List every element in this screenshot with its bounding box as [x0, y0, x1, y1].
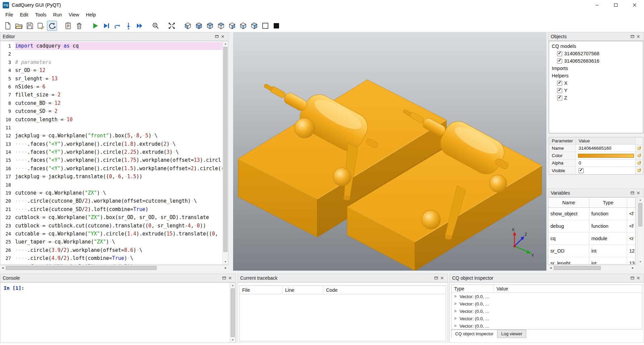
inspector-header-value[interactable]: Value [494, 285, 642, 292]
tree-item-z[interactable]: Z [549, 94, 643, 101]
close-button[interactable] [625, 0, 644, 10]
tab-cq-object-inspector[interactable]: CQ object inspector [451, 330, 497, 338]
code-line[interactable] [15, 50, 222, 58]
close-panel-icon[interactable] [635, 275, 641, 281]
scrollbar-thumb[interactable] [6, 266, 157, 270]
code-line[interactable]: sr_lenght·=·13 [15, 75, 222, 83]
view-cube-4-button[interactable] [216, 21, 226, 31]
scroll-left-arrow[interactable]: ◀ [548, 265, 553, 271]
window-titlebar[interactable]: CQ CadQuery GUI (PyQT) [0, 0, 644, 10]
step-over-button[interactable] [112, 21, 122, 31]
code-line[interactable]: ····.circle(3.9/2).workplane(offset=8.6)… [15, 246, 222, 254]
code-line[interactable]: ····.faces("<Y").workplane().circle(1.8)… [15, 140, 222, 148]
expand-arrow-icon[interactable]: > [454, 309, 457, 314]
code-line[interactable]: # parameters [15, 58, 222, 66]
debug-button[interactable] [101, 21, 111, 31]
code-line[interactable]: nSides·=·6 [15, 83, 222, 91]
scroll-up-arrow[interactable]: ▲ [223, 41, 228, 47]
expand-arrow-icon[interactable]: > [454, 316, 457, 321]
float-panel-icon[interactable] [629, 190, 635, 196]
close-panel-icon[interactable] [635, 34, 641, 39]
objects-tree[interactable]: CQ models31406527075683140652683616Impor… [549, 41, 643, 133]
view-cube-6-button[interactable] [238, 21, 248, 31]
tree-item-imports[interactable]: Imports [549, 65, 643, 72]
code-line[interactable]: luer_taper·=·cq.Workplane("ZX")·\ [15, 238, 222, 246]
objects-panel-titlebar[interactable]: Objects [548, 32, 644, 41]
inspector-header-type[interactable]: Type [451, 285, 494, 292]
delete-button[interactable] [74, 21, 84, 31]
code-line[interactable]: sr_OD·=·12 [15, 66, 222, 74]
code-line[interactable]: cutblock·=·cq.Workplane("ZX").box(sr_OD,… [15, 213, 222, 221]
zoom-selection-button[interactable] [151, 21, 161, 31]
property-value[interactable] [576, 167, 636, 174]
code-editor[interactable]: import·cadquery·as·cq# parameterssr_OD·=… [15, 41, 222, 265]
reset-property-icon[interactable]: ↺ [636, 159, 643, 166]
view-cube-5-button[interactable] [227, 21, 237, 31]
code-line[interactable]: ····.circle(4.9/2).loft(combine=True)·\ [15, 254, 222, 262]
save-button[interactable] [25, 21, 35, 31]
menu-tools[interactable]: Tools [32, 11, 50, 19]
scroll-up-arrow[interactable]: ▲ [638, 197, 643, 203]
inspector-row[interactable]: >Vector: (0.0, ... [451, 315, 642, 322]
color-swatch[interactable] [578, 154, 634, 158]
variables-panel-titlebar[interactable]: Variables [548, 189, 644, 197]
continue-button[interactable] [135, 21, 145, 31]
tree-checkbox[interactable] [557, 88, 562, 93]
paste-button[interactable] [63, 21, 73, 31]
variables-header-name[interactable]: Name [548, 198, 589, 207]
tree-item-y[interactable]: Y [549, 87, 643, 94]
expand-arrow-icon[interactable]: > [454, 294, 457, 299]
view-cube-3-button[interactable] [205, 21, 215, 31]
code-line[interactable]: fillet_size·=·2 [15, 91, 222, 99]
console-prompt[interactable]: In [1]: [0, 283, 230, 343]
inspector-row[interactable]: >Vector: (0.0, ... [451, 307, 642, 315]
scroll-up-arrow[interactable]: ▲ [230, 283, 235, 288]
reset-property-icon[interactable]: ↺ [636, 167, 643, 174]
tree-checkbox[interactable] [557, 81, 562, 86]
code-line[interactable] [15, 124, 222, 132]
minimize-button[interactable] [588, 0, 606, 10]
code-line[interactable]: ····.faces("<Y").circle(3).extrude(-3)) [15, 263, 222, 265]
view-cube-2-button[interactable] [194, 21, 204, 31]
tree-item-helpers[interactable]: Helpers [549, 72, 643, 79]
code-line[interactable]: cutcone_BD·=·12 [15, 99, 222, 107]
render-button[interactable] [90, 21, 100, 31]
tab-log-viewer[interactable]: Log viewer [497, 330, 526, 338]
float-panel-icon[interactable] [221, 275, 227, 281]
traceback-header-file[interactable]: File [239, 286, 282, 294]
traceback-header-code[interactable]: Code [323, 286, 446, 294]
new-file-button[interactable] [3, 21, 13, 31]
code-line[interactable]: import·cadquery·as·cq [15, 42, 222, 50]
close-panel-icon[interactable] [635, 190, 641, 196]
toggle-wireframe-button[interactable] [260, 21, 270, 31]
expand-arrow-icon[interactable]: > [454, 301, 457, 306]
tree-checkbox[interactable] [557, 59, 562, 64]
expand-arrow-icon[interactable]: > [454, 324, 457, 328]
scroll-left-arrow[interactable]: ◀ [0, 265, 5, 271]
scrollbar-thumb[interactable] [231, 288, 235, 337]
variables-vertical-scrollbar[interactable]: ▲ ▼ [637, 197, 643, 265]
inspector-row[interactable]: >Vector: (0.0, ... [451, 293, 642, 300]
code-line[interactable]: cutcone_SD·=·2 [15, 107, 222, 115]
scrollbar-thumb[interactable] [638, 203, 642, 226]
code-line[interactable]: cutcable·=·cq.Workplane("YX").circle(1.4… [15, 230, 222, 238]
variable-row-debug[interactable]: debugfunction<f [548, 220, 635, 232]
close-panel-icon[interactable] [439, 275, 445, 281]
toggle-shaded-button[interactable] [271, 21, 281, 31]
code-line[interactable]: jackplug·=·cq.Workplane("front").box(5,·… [15, 132, 222, 140]
step-into-button[interactable] [123, 21, 133, 31]
code-line[interactable] [15, 181, 222, 189]
save-as-button[interactable] [36, 21, 46, 31]
3d-viewport[interactable]: X Z Y [233, 32, 546, 271]
traceback-panel-titlebar[interactable]: Current traceback [237, 274, 448, 282]
float-panel-icon[interactable] [629, 34, 635, 39]
reset-property-icon[interactable]: ↺ [636, 145, 643, 152]
editor-panel-titlebar[interactable]: Editor [0, 32, 228, 41]
scroll-down-arrow[interactable]: ▼ [223, 259, 228, 265]
float-panel-icon[interactable] [433, 275, 439, 281]
variable-row-show_object[interactable]: show_objectfunction<f [548, 208, 635, 220]
scroll-right-arrow[interactable]: ▶ [223, 265, 228, 271]
open-file-button[interactable] [14, 21, 24, 31]
scrollbar-thumb[interactable] [554, 266, 601, 270]
visible-checkbox[interactable] [579, 168, 584, 173]
